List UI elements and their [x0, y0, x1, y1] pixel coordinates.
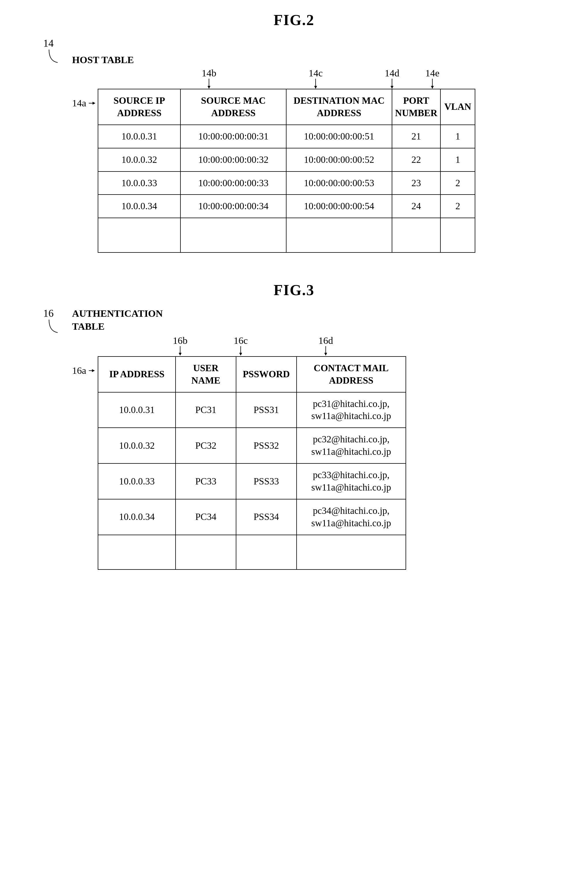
fig2-ref-14e: 14e	[425, 68, 439, 79]
fig2-title: FIG.2	[23, 12, 565, 28]
fig2-host-table: SOURCE IP ADDRESS SOURCE MAC ADDRESS DES…	[98, 89, 475, 253]
fig2-ref-14b: 14b	[202, 68, 216, 79]
fig2-col-header-3: DESTINATION MAC ADDRESS	[286, 89, 392, 125]
fig2-r3c2: 10:00:00:00:00:33	[180, 171, 286, 195]
fig3-ref16b-arrow	[176, 346, 184, 356]
fig2-col-header-2: SOURCE MAC ADDRESS	[180, 89, 286, 125]
fig3-section: FIG.3 16 AUTHENTICATION TABLE	[23, 282, 565, 570]
fig3-header-row: IP ADDRESS USER NAME PSSWORD CONTACT MAI…	[98, 357, 406, 392]
table-row: 10.0.0.33 10:00:00:00:00:33 10:00:00:00:…	[98, 171, 475, 195]
fig3-ref-16a: 16a	[72, 365, 86, 376]
fig2-col-header-5: VLAN	[440, 89, 475, 125]
fig2-r2c1: 10.0.0.32	[98, 148, 180, 171]
fig3-r5c3	[236, 535, 297, 570]
fig2-r1c3: 10:00:00:00:00:51	[286, 125, 392, 148]
fig2-r2c2: 10:00:00:00:00:32	[180, 148, 286, 171]
fig2-ref-14c: 14c	[308, 68, 322, 79]
fig3-r2c3: PSS32	[236, 428, 297, 463]
fig3-r2c4: pc32@hitachi.co.jp, sw11a@hitachi.co.jp	[297, 428, 406, 463]
fig3-col-header-1: IP ADDRESS	[98, 357, 176, 392]
fig2-r2c4: 22	[392, 148, 441, 171]
svg-marker-7	[324, 353, 327, 356]
fig3-ref16a-arrow	[87, 365, 96, 376]
fig3-ref-16: 16	[43, 307, 54, 319]
fig2-r5c1	[98, 218, 180, 252]
fig3-ref-16d: 16d	[318, 335, 333, 346]
table-row: 10.0.0.34 10:00:00:00:00:34 10:00:00:00:…	[98, 195, 475, 218]
fig3-r1c3: PSS31	[236, 392, 297, 428]
fig3-table-name: AUTHENTICATION TABLE	[72, 307, 153, 333]
fig2-ref-14a: 14a	[72, 98, 86, 109]
fig2-r3c1: 10.0.0.33	[98, 171, 180, 195]
svg-marker-6	[239, 353, 242, 356]
fig2-ref14-arrow	[38, 48, 60, 65]
table-row	[98, 535, 406, 570]
fig2-r5c3	[286, 218, 392, 252]
svg-marker-4	[93, 102, 95, 105]
svg-marker-3	[431, 86, 434, 89]
fig2-table-name: HOST TABLE	[72, 54, 565, 65]
fig2-r1c4: 21	[392, 125, 441, 148]
fig3-ref-16b: 16b	[173, 335, 188, 346]
fig2-r4c5: 2	[440, 195, 475, 218]
fig2-ref14d-arrow	[388, 79, 396, 89]
fig3-col-header-2: USER NAME	[176, 357, 236, 392]
fig2-ref-14d: 14d	[385, 68, 399, 79]
svg-marker-1	[314, 86, 317, 89]
fig2-r1c5: 1	[440, 125, 475, 148]
fig2-r5c2	[180, 218, 286, 252]
fig2-ref14b-arrow	[205, 79, 213, 89]
svg-marker-0	[207, 86, 210, 89]
table-row: 10.0.0.32 PC32 PSS32 pc32@hitachi.co.jp,…	[98, 428, 406, 463]
fig3-r1c1: 10.0.0.31	[98, 392, 176, 428]
fig2-ref14c-arrow	[311, 79, 320, 89]
fig2-r3c3: 10:00:00:00:00:53	[286, 171, 392, 195]
table-row: 10.0.0.32 10:00:00:00:00:32 10:00:00:00:…	[98, 148, 475, 171]
fig3-ref16d-arrow	[321, 346, 330, 356]
table-row: 10.0.0.33 PC33 PSS33 pc33@hitachi.co.jp,…	[98, 463, 406, 499]
fig2-r3c5: 2	[440, 171, 475, 195]
fig3-r2c2: PC32	[176, 428, 236, 463]
fig2-col-header-4: PORT NUMBER	[392, 89, 441, 125]
fig2-r4c3: 10:00:00:00:00:54	[286, 195, 392, 218]
fig2-r2c3: 10:00:00:00:00:52	[286, 148, 392, 171]
table-row	[98, 218, 475, 252]
svg-marker-8	[92, 369, 95, 372]
fig2-r3c4: 23	[392, 171, 441, 195]
table-row: 10.0.0.31 10:00:00:00:00:31 10:00:00:00:…	[98, 125, 475, 148]
fig3-r4c3: PSS34	[236, 499, 297, 535]
fig2-header-row: SOURCE IP ADDRESS SOURCE MAC ADDRESS DES…	[98, 89, 475, 125]
fig2-r4c4: 24	[392, 195, 441, 218]
svg-marker-5	[179, 353, 182, 356]
fig2-ref14a-arrow	[87, 97, 96, 109]
fig3-r2c1: 10.0.0.32	[98, 428, 176, 463]
fig3-auth-table: IP ADDRESS USER NAME PSSWORD CONTACT MAI…	[98, 356, 406, 570]
fig3-ref16c-arrow	[236, 346, 245, 356]
fig2-r4c2: 10:00:00:00:00:34	[180, 195, 286, 218]
fig3-r4c1: 10.0.0.34	[98, 499, 176, 535]
svg-marker-2	[390, 86, 393, 89]
fig2-r5c5	[440, 218, 475, 252]
fig3-title: FIG.3	[23, 282, 565, 298]
fig3-r4c2: PC34	[176, 499, 236, 535]
fig3-col-header-3: PSSWORD	[236, 357, 297, 392]
fig3-r5c4	[297, 535, 406, 570]
fig3-r3c2: PC33	[176, 463, 236, 499]
fig3-r5c1	[98, 535, 176, 570]
fig2-ref14e-arrow	[428, 79, 436, 89]
fig2-section: FIG.2 14 HOST TABLE	[23, 12, 565, 253]
fig3-r4c4: pc34@hitachi.co.jp, sw11a@hitachi.co.jp	[297, 499, 406, 535]
fig2-r1c2: 10:00:00:00:00:31	[180, 125, 286, 148]
fig3-ref-16c: 16c	[234, 335, 248, 346]
fig2-r4c1: 10.0.0.34	[98, 195, 180, 218]
fig2-r2c5: 1	[440, 148, 475, 171]
fig3-r3c3: PSS33	[236, 463, 297, 499]
fig3-ref16-arrow	[38, 318, 60, 336]
fig3-col-header-4: CONTACT MAIL ADDRESS	[297, 357, 406, 392]
fig3-r3c1: 10.0.0.33	[98, 463, 176, 499]
fig3-r3c4: pc33@hitachi.co.jp, sw11a@hitachi.co.jp	[297, 463, 406, 499]
fig2-col-header-1: SOURCE IP ADDRESS	[98, 89, 180, 125]
fig3-r1c4: pc31@hitachi.co.jp, sw11a@hitachi.co.jp	[297, 392, 406, 428]
table-row: 10.0.0.31 PC31 PSS31 pc31@hitachi.co.jp,…	[98, 392, 406, 428]
fig3-r5c2	[176, 535, 236, 570]
